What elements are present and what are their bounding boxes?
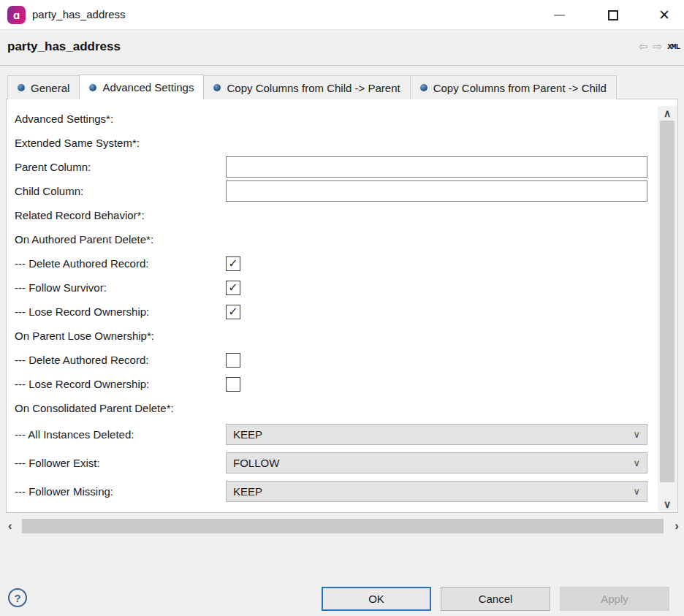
minimize-icon xyxy=(554,15,565,16)
tab-label: Copy Columns from Child -> Parent xyxy=(227,82,400,94)
chevron-down-icon: ∨ xyxy=(633,457,640,468)
form-row: --- Follower Exist: FOLLOW ∨ xyxy=(15,449,658,477)
form-row: On Consolidated Parent Delete*: xyxy=(15,396,658,420)
titlebar: ɑ party_has_address ✕ xyxy=(0,0,684,30)
maximize-icon xyxy=(608,10,618,20)
help-button[interactable]: ? xyxy=(8,588,27,607)
field-label-child-column: Child Column: xyxy=(15,185,226,197)
field-label-follower-exist: --- Follower Exist: xyxy=(15,457,226,469)
tab-copy-columns-parent-to-child[interactable]: Copy Columns from Parent -> Child xyxy=(410,75,617,99)
form-row: On Authored Parent Delete*: xyxy=(15,227,658,251)
field-label-extended-same-system: Extended Same System*: xyxy=(15,137,226,149)
form-row: --- Follower Missing: KEEP ∨ xyxy=(15,477,658,506)
select-value: KEEP xyxy=(233,485,262,498)
field-label-delete-authored-record: --- Delete Authored Record: xyxy=(15,257,226,270)
field-label-lose-record-ownership: --- Lose Record Ownership: xyxy=(15,305,226,318)
cancel-button[interactable]: Cancel xyxy=(441,587,550,611)
field-label-on-consolidated-parent-delete: On Consolidated Parent Delete*: xyxy=(15,402,226,414)
tab-bar: General Advanced Settings Copy Columns f… xyxy=(7,75,616,99)
form-row: Extended Same System*: xyxy=(15,131,658,155)
window-title: party_has_address xyxy=(32,8,126,20)
chevron-down-icon: ∨ xyxy=(633,486,640,497)
form-row: --- All Instances Deleted: KEEP ∨ xyxy=(15,420,658,449)
scroll-up-icon[interactable]: ∧ xyxy=(658,107,677,120)
check-icon: ✓ xyxy=(228,282,238,294)
close-icon: ✕ xyxy=(658,7,670,23)
dialog-header: party_has_address ⇦ ⇨ XML xyxy=(0,30,684,66)
horizontal-scrollbar-thumb[interactable] xyxy=(22,519,664,533)
tab-label: General xyxy=(31,82,69,94)
tab-dot-icon xyxy=(89,84,96,91)
check-icon: ✓ xyxy=(228,258,238,270)
field-label-all-instances-deleted: --- All Instances Deleted: xyxy=(15,428,226,441)
chevron-down-icon: ∨ xyxy=(633,429,640,440)
advanced-settings-form: Advanced Settings*: Extended Same System… xyxy=(15,107,658,506)
app-logo-glyph: ɑ xyxy=(13,9,20,21)
xml-view-link[interactable]: XML xyxy=(667,42,680,51)
minimize-button[interactable] xyxy=(542,0,576,30)
forward-arrow-icon[interactable]: ⇨ xyxy=(653,41,663,52)
tab-label: Advanced Settings xyxy=(102,81,194,94)
field-label-on-parent-lose-ownership: On Parent Lose Ownership*: xyxy=(15,330,226,342)
back-arrow-icon[interactable]: ⇦ xyxy=(639,41,648,52)
field-label-delete-authored-record-2: --- Delete Authored Record: xyxy=(15,354,226,366)
parent-column-input[interactable] xyxy=(226,156,647,178)
vertical-scrollbar-thumb[interactable] xyxy=(660,121,674,482)
horizontal-scrollbar[interactable]: ‹ › xyxy=(0,516,684,536)
all-instances-deleted-select[interactable]: KEEP ∨ xyxy=(226,424,647,445)
follower-missing-select[interactable]: KEEP ∨ xyxy=(226,481,647,502)
form-row: --- Lose Record Ownership: xyxy=(15,372,658,396)
form-row: On Parent Lose Ownership*: xyxy=(15,324,658,348)
tab-label: Copy Columns from Parent -> Child xyxy=(433,82,607,94)
vertical-scrollbar[interactable]: ∧ ∨ xyxy=(658,106,677,512)
delete-authored-record-checkbox-2[interactable] xyxy=(226,353,240,368)
scroll-right-icon[interactable]: › xyxy=(674,518,679,534)
question-mark-icon: ? xyxy=(14,592,20,604)
field-label-follow-survivor: --- Follow Survivor: xyxy=(15,281,226,294)
header-nav: ⇦ ⇨ XML xyxy=(639,41,680,52)
page-title: party_has_address xyxy=(7,39,121,54)
child-column-input[interactable] xyxy=(226,180,647,202)
select-value: KEEP xyxy=(233,428,262,441)
select-value: FOLLOW xyxy=(233,457,279,469)
scroll-left-icon[interactable]: ‹ xyxy=(8,518,12,534)
close-button[interactable]: ✕ xyxy=(647,0,681,30)
field-label-on-authored-parent-delete: On Authored Parent Delete*: xyxy=(15,233,226,246)
follow-survivor-checkbox[interactable]: ✓ xyxy=(226,281,240,295)
form-row: Parent Column: xyxy=(15,155,658,179)
delete-authored-record-checkbox[interactable]: ✓ xyxy=(226,256,240,271)
app-icon: ɑ xyxy=(7,6,26,24)
tab-advanced-settings[interactable]: Advanced Settings xyxy=(79,75,204,99)
tab-dot-icon xyxy=(213,84,221,91)
tab-dot-icon xyxy=(420,84,428,91)
lose-record-ownership-checkbox-2[interactable] xyxy=(226,377,240,392)
apply-button: Apply xyxy=(560,587,669,611)
ok-button[interactable]: OK xyxy=(322,587,431,611)
maximize-button[interactable] xyxy=(596,0,630,30)
form-row: --- Delete Authored Record: xyxy=(15,348,658,372)
field-label-parent-column: Parent Column: xyxy=(15,161,226,173)
follower-exist-select[interactable]: FOLLOW ∨ xyxy=(226,452,647,474)
form-row: Related Record Behavior*: xyxy=(15,203,658,227)
form-row: --- Lose Record Ownership: ✓ xyxy=(15,300,658,324)
lose-record-ownership-checkbox[interactable]: ✓ xyxy=(226,305,240,319)
field-label-lose-record-ownership-2: --- Lose Record Ownership: xyxy=(15,378,226,390)
form-row: Advanced Settings*: xyxy=(15,107,658,131)
check-icon: ✓ xyxy=(228,306,238,318)
form-row: --- Delete Authored Record: ✓ xyxy=(15,251,658,275)
field-label-advanced-settings: Advanced Settings*: xyxy=(15,113,226,125)
tab-copy-columns-child-to-parent[interactable]: Copy Columns from Child -> Parent xyxy=(203,75,410,99)
tab-general[interactable]: General xyxy=(7,75,80,99)
tab-dot-icon xyxy=(18,84,25,91)
form-row: Child Column: xyxy=(15,179,658,203)
field-label-follower-missing: --- Follower Missing: xyxy=(15,485,226,498)
form-row: --- Follow Survivor: ✓ xyxy=(15,275,658,300)
scroll-down-icon[interactable]: ∨ xyxy=(658,498,677,511)
field-label-related-record-behavior: Related Record Behavior*: xyxy=(15,209,226,221)
